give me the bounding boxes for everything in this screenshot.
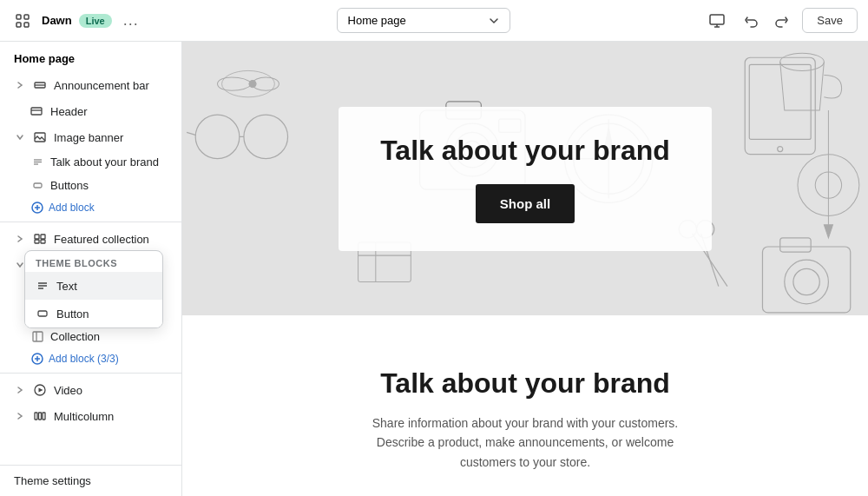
main-area: Home page Announcement bar Header (0, 42, 868, 496)
announcement-bar-icon (33, 78, 47, 92)
text-block-icon (36, 279, 49, 293)
button-block-icon (36, 307, 49, 321)
banner-title: Talk about your brand (380, 135, 670, 167)
sidebar-item-multicolumn-label: Multicolumn (54, 410, 114, 423)
theme-blocks-item-text[interactable]: Text (25, 272, 162, 300)
sidebar-item-announcement-bar[interactable]: Announcement bar (0, 72, 181, 98)
topbar-left: Dawn Live ... (10, 9, 143, 33)
svg-rect-34 (43, 413, 45, 420)
chevron-right-icon (14, 79, 26, 91)
live-badge: Live (79, 14, 112, 28)
svg-rect-7 (31, 108, 42, 115)
svg-rect-17 (35, 235, 39, 239)
topbar: Dawn Live ... Home page Save (0, 0, 868, 42)
image-banner-section: Talk about your brand Shop all (182, 42, 868, 315)
svg-rect-33 (39, 413, 42, 420)
svg-rect-3 (24, 23, 29, 27)
topbar-center: Home page (152, 8, 695, 33)
sidebar-item-image-banner-label: Image banner (54, 131, 123, 144)
undo-redo-group (738, 7, 795, 35)
divider-2 (0, 373, 181, 374)
sidebar-child-talk-label: Talk about your brand (50, 155, 159, 169)
sidebar-item-header[interactable]: Header (0, 98, 181, 124)
sidebar-item-featured-collection[interactable]: Featured collection (0, 226, 181, 252)
svg-rect-0 (16, 15, 21, 19)
topbar-right: Save (703, 7, 858, 35)
theme-blocks-item-button[interactable]: Button (25, 300, 162, 327)
buttons-icon (31, 180, 43, 192)
sidebar-child-talk-about-brand[interactable]: Talk about your brand (0, 150, 181, 174)
sidebar-item-image-banner[interactable]: Image banner (0, 124, 181, 150)
svg-point-40 (249, 81, 256, 88)
desktop-icon[interactable] (703, 7, 731, 35)
add-block-button[interactable]: Add block (0, 197, 181, 218)
svg-rect-1 (24, 15, 29, 19)
undo-button[interactable] (738, 7, 766, 35)
sidebar-page-title: Home page (0, 42, 181, 72)
sidebar: Home page Announcement bar Header (0, 42, 182, 496)
svg-marker-31 (39, 388, 43, 393)
theme-blocks-dropdown: THEME BLOCKS Text Button (24, 250, 163, 328)
redo-button[interactable] (767, 7, 795, 35)
theme-settings-link[interactable]: Theme settings (0, 465, 181, 496)
theme-blocks-button-label: Button (56, 308, 89, 321)
add-block-collage-button[interactable]: Add block (3/3) (0, 348, 181, 369)
svg-rect-26 (33, 332, 43, 341)
svg-rect-13 (34, 183, 42, 188)
video-section-icon (33, 383, 47, 397)
sidebar-child-buttons-label: Buttons (50, 179, 89, 192)
sidebar-item-announcement-bar-label: Announcement bar (54, 79, 149, 92)
save-button[interactable]: Save (802, 8, 858, 33)
chevron-right-icon-4 (14, 410, 26, 422)
svg-rect-32 (35, 413, 37, 420)
divider (0, 222, 181, 222)
sidebar-item-video-label: Video (54, 384, 82, 397)
more-button[interactable]: ... (119, 9, 143, 33)
theme-blocks-text-label: Text (56, 280, 77, 293)
image-banner-icon (33, 130, 47, 144)
store-name: Dawn (42, 14, 72, 27)
svg-rect-19 (35, 240, 39, 243)
chevron-down-icon (14, 131, 26, 143)
text-icon (31, 156, 43, 169)
theme-blocks-header: THEME BLOCKS (25, 251, 162, 272)
svg-rect-2 (16, 23, 21, 27)
page-selector[interactable]: Home page (337, 8, 510, 33)
sidebar-child-collection[interactable]: Collection (0, 325, 181, 348)
info-description: Share information about your brand with … (352, 413, 699, 472)
sidebar-item-video[interactable]: Video (0, 377, 181, 403)
grid-icon[interactable] (10, 9, 35, 33)
sidebar-item-header-label: Header (50, 105, 88, 118)
featured-collection-icon (33, 232, 47, 246)
header-icon (30, 104, 43, 118)
svg-rect-20 (41, 240, 45, 243)
svg-rect-18 (41, 235, 45, 239)
sidebar-item-featured-collection-label: Featured collection (54, 233, 149, 246)
chevron-right-icon-3 (14, 384, 26, 396)
collection-icon (31, 331, 43, 343)
sidebar-item-multicolumn[interactable]: Multicolumn (0, 403, 181, 429)
sidebar-child-buttons[interactable]: Buttons (0, 174, 181, 197)
svg-rect-4 (710, 15, 724, 24)
chevron-right-icon-2 (14, 233, 26, 245)
chevron-placeholder (14, 105, 23, 117)
sidebar-child-collection-label: Collection (50, 330, 100, 343)
multicolumn-icon (33, 409, 47, 423)
svg-rect-38 (38, 311, 47, 316)
canvas: Talk about your brand Shop all Talk abou… (182, 42, 868, 496)
info-title: Talk about your brand (200, 367, 851, 400)
banner-shop-all-button[interactable]: Shop all (476, 184, 575, 223)
info-section: Talk about your brand Share information … (182, 315, 868, 496)
banner-overlay: Talk about your brand Shop all (339, 107, 712, 251)
